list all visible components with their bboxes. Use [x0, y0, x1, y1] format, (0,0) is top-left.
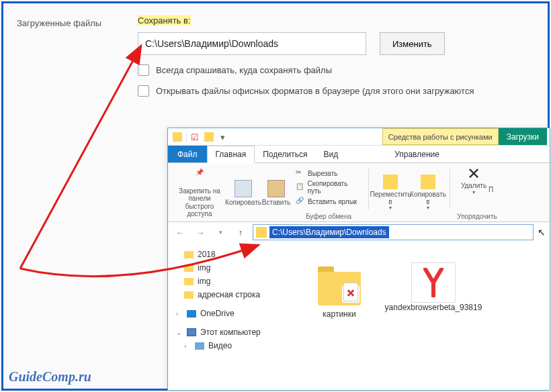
ribbon-copy-to-label: Копировать в	[409, 191, 447, 205]
item-label: yandexbrowserbeta_93819	[385, 303, 482, 312]
nav-forward: →	[192, 224, 208, 240]
folder-icon	[184, 264, 194, 272]
watermark: GuideComp.ru	[9, 369, 91, 385]
paste-icon	[267, 180, 285, 197]
open-office-checkbox[interactable]	[138, 85, 149, 97]
pc-icon	[187, 328, 196, 336]
ribbon-pin[interactable]: 📌 Закрепить на панели быстрого доступа	[173, 166, 226, 220]
ribbon-copy[interactable]: Копировать	[226, 166, 261, 220]
folder-icon	[184, 291, 194, 299]
downloads-title: Загрузки	[499, 128, 547, 145]
ribbon-cut-label: Вырезать	[308, 170, 337, 177]
videos-icon	[195, 342, 204, 350]
folder-small-icon	[204, 132, 214, 142]
address-bar[interactable]: C:\Users\Владимир\Downloads	[253, 224, 534, 240]
tree-label: img	[198, 277, 210, 286]
address-folder-icon	[256, 227, 267, 238]
caret-icon: ⌄	[176, 329, 183, 336]
tree-item-img2[interactable]: img	[175, 275, 282, 288]
copy-icon	[235, 180, 252, 197]
folder-icon	[184, 278, 194, 285]
folder-icon	[173, 132, 182, 142]
copy-to-icon	[421, 175, 435, 189]
copy-path-icon: 📋	[296, 183, 305, 192]
open-office-label: Открывать файлы офисных форматов в брауз…	[156, 86, 474, 96]
move-to-icon	[383, 175, 398, 189]
tree-item-this-pc[interactable]: ⌄Этот компьютер	[175, 326, 282, 339]
ribbon-move-to[interactable]: Переместить в▾	[372, 166, 409, 220]
dropdown-icon[interactable]: ▾	[218, 132, 227, 142]
tree-item-videos[interactable]: ›Видео	[175, 339, 282, 352]
ribbon-paste-label: Вставить	[262, 199, 290, 207]
file-item-yandex[interactable]: yandexbrowserbeta_93819	[396, 262, 470, 369]
always-ask-label: Всегда спрашивать, куда сохранять файлы	[156, 65, 332, 75]
tree-item-address[interactable]: адресная строка	[175, 288, 282, 301]
tree-item-2018[interactable]: 2018	[175, 248, 282, 261]
section-label: Загруженные файлы	[17, 15, 138, 28]
separator-icon	[186, 132, 187, 142]
cursor-icon: ↖	[538, 227, 546, 238]
delete-icon: ✕	[467, 166, 480, 182]
change-button[interactable]: Изменить	[380, 32, 445, 55]
save-to-label: Сохранять в:	[138, 15, 191, 26]
ribbon-copy-label: Копировать	[225, 199, 261, 207]
ribbon-paste[interactable]: Вставить	[261, 166, 292, 220]
ribbon-paste-shortcut-label: Вставить ярлык	[308, 198, 357, 205]
ribbon-delete-label: Удалить	[461, 182, 486, 189]
always-ask-checkbox[interactable]	[138, 64, 149, 76]
tab-share[interactable]: Поделиться	[255, 146, 315, 162]
ribbon-copy-path-label: Скопировать путь	[308, 180, 362, 195]
caret-icon: ›	[176, 310, 183, 317]
ribbon-pin-label: Закрепить на панели быстрого доступа	[173, 187, 226, 218]
picture-tools-tab[interactable]: Средства работы с рисунками	[382, 128, 499, 145]
nav-up[interactable]: ↑	[232, 224, 249, 240]
ribbon-cut[interactable]: ✂Вырезать	[296, 168, 362, 178]
ribbon-move-to-label: Переместить в	[370, 191, 411, 205]
tree-label: Видео	[208, 341, 232, 350]
yandex-icon	[411, 262, 456, 303]
close-overlay-icon	[343, 283, 358, 301]
tree-label: img	[198, 263, 210, 273]
tab-home[interactable]: Главная	[207, 146, 255, 163]
tree-label: адресная строка	[198, 290, 260, 299]
check-icon: ☑	[191, 132, 200, 142]
folder-icon	[184, 251, 194, 258]
tab-manage[interactable]: Управление	[386, 146, 448, 162]
ribbon-copy-path[interactable]: 📋Скопировать путь	[296, 180, 362, 195]
ribbon-organize-label: Упорядочить	[457, 211, 497, 220]
ribbon-rename-partial[interactable]: П	[489, 166, 494, 195]
tree-item-onedrive[interactable]: ›OneDrive	[175, 307, 282, 320]
ribbon-paste-shortcut[interactable]: 🔗Вставить ярлык	[296, 197, 362, 206]
tab-file[interactable]: Файл	[168, 146, 207, 162]
ribbon-copy-to[interactable]: Копировать в▾	[409, 166, 447, 220]
file-explorer-window: ☑ ▾ Средства работы с рисунками Загрузки…	[167, 128, 550, 391]
onedrive-icon	[187, 310, 196, 317]
nav-tree: 2018 img img адресная строка ›OneDrive ⌄…	[168, 242, 289, 389]
tree-item-img1[interactable]: img	[175, 261, 282, 275]
tab-view[interactable]: Вид	[315, 146, 346, 162]
tree-label: Этот компьютер	[200, 328, 261, 337]
ribbon-clipboard-label: Буфер обмена	[306, 211, 351, 220]
item-label: картинки	[323, 309, 355, 319]
tree-label: 2018	[198, 250, 216, 259]
ribbon-delete[interactable]: ✕ Удалить▾	[460, 166, 487, 195]
shortcut-icon: 🔗	[296, 197, 305, 206]
tree-label: OneDrive	[200, 309, 235, 318]
cut-icon: ✂	[296, 168, 305, 178]
pin-icon: 📌	[191, 168, 208, 186]
nav-history-dropdown[interactable]: ▾	[212, 224, 228, 240]
save-path-input[interactable]	[138, 32, 366, 55]
address-text[interactable]: C:\Users\Владимир\Downloads	[269, 226, 389, 238]
folder-item-pictures[interactable]: ↓ картинки	[302, 262, 376, 369]
nav-back[interactable]: ←	[172, 224, 188, 240]
caret-icon: ›	[184, 342, 191, 350]
